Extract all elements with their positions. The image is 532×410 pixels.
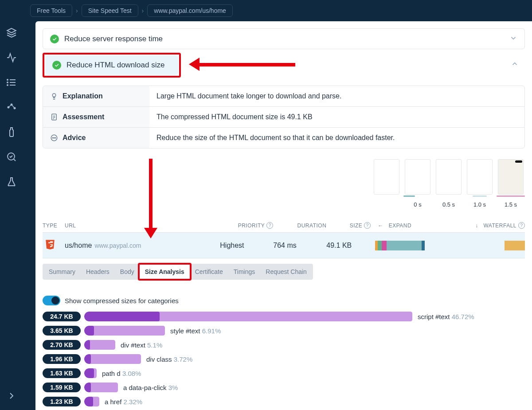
col-priority: PRIORITY? xyxy=(220,222,273,229)
size-bar xyxy=(84,312,412,321)
accordion-row-html-size[interactable]: Reduce HTML download size xyxy=(45,55,178,75)
col-duration: DURATION xyxy=(273,223,326,229)
size-bar xyxy=(84,326,165,336)
network-icon[interactable] xyxy=(6,102,17,113)
svg-point-18 xyxy=(55,137,56,138)
check-circle-icon xyxy=(50,35,59,43)
size-value: 3.65 KB xyxy=(43,326,81,336)
col-expand[interactable]: ← EXPAND xyxy=(371,223,424,229)
size-label: div #text 5.1% xyxy=(121,341,162,349)
list-icon[interactable] xyxy=(6,77,17,88)
info-value: Large HTML document take longer to downl… xyxy=(149,86,524,106)
help-icon[interactable]: ? xyxy=(364,222,371,229)
size-label: a data-pa-click 3% xyxy=(123,384,178,391)
request-duration: 764 ms xyxy=(273,242,326,250)
subtab-certificate[interactable]: Certificate xyxy=(190,265,228,279)
info-value: The compressed HTML document size is 49.… xyxy=(149,107,524,127)
subtab-request-chain[interactable]: Request Chain xyxy=(260,265,312,279)
sidebar xyxy=(0,0,23,410)
size-label: div class 3.72% xyxy=(146,355,192,363)
size-label: script #text 46.72% xyxy=(418,313,474,320)
svg-point-3 xyxy=(7,79,8,80)
size-row: 24.7 KBscript #text 46.72% xyxy=(43,312,525,321)
subtab-summary[interactable]: Summary xyxy=(43,265,81,279)
filmstrip: 0 s 0.5 s 1.0 s 1.5 s xyxy=(43,148,525,211)
request-row[interactable]: us/homewww.paypal.com Highest 764 ms 49.… xyxy=(43,233,525,258)
subtab-timings[interactable]: Timings xyxy=(228,265,261,279)
request-subtabs: SummaryHeadersBodySize AnalysisCertifica… xyxy=(43,264,313,280)
size-value: 24.7 KB xyxy=(43,312,81,321)
size-bar xyxy=(84,383,118,392)
size-bar xyxy=(84,368,97,378)
filmstrip-time: 0.5 s xyxy=(434,198,463,211)
search-check-icon[interactable] xyxy=(6,152,17,162)
main: Free Tools › Site Speed Test › www.paypa… xyxy=(23,0,532,410)
chat-icon xyxy=(50,134,58,142)
expand-sidebar-icon[interactable] xyxy=(6,390,17,401)
filmstrip-frame xyxy=(498,159,524,195)
size-row: 1.63 KBpath d 3.08% xyxy=(43,368,525,378)
size-row: 2.70 KBdiv #text 5.1% xyxy=(43,340,525,350)
request-size: 49.1 KB xyxy=(326,242,371,250)
filmstrip-time: 0 s xyxy=(403,198,432,211)
filmstrip-frame xyxy=(405,159,430,195)
col-size: SIZE? xyxy=(326,222,371,229)
layers-icon[interactable] xyxy=(6,27,17,38)
info-table: Explanation Large HTML document take lon… xyxy=(43,86,525,148)
accordion-title: Reduce HTML download size xyxy=(66,61,171,70)
svg-point-10 xyxy=(52,94,56,97)
info-row-assessment: Assessment The compressed HTML document … xyxy=(43,107,524,128)
svg-point-16 xyxy=(52,137,53,138)
toggle-label: Show compressed sizes for categories xyxy=(65,297,179,305)
html5-icon xyxy=(44,239,56,250)
size-value: 1.23 KB xyxy=(43,397,81,406)
flask-icon[interactable] xyxy=(6,176,17,187)
help-icon[interactable]: ? xyxy=(266,222,273,229)
svg-point-5 xyxy=(7,85,8,86)
subtab-size-analysis[interactable]: Size Analysis xyxy=(140,265,190,279)
accordion-row-server-response[interactable]: Reduce server response time xyxy=(43,28,525,49)
breadcrumb-item[interactable]: Site Speed Test xyxy=(82,4,138,17)
filmstrip-frame xyxy=(436,159,462,195)
size-value: 1.96 KB xyxy=(43,354,81,364)
size-row: 3.65 KBstyle #text 6.91% xyxy=(43,326,525,336)
size-bar xyxy=(84,340,115,350)
size-value: 1.63 KB xyxy=(43,368,81,378)
check-circle-icon xyxy=(52,61,61,70)
filmstrip-time: 1.0 s xyxy=(466,198,494,211)
chevron-right-icon: › xyxy=(142,7,144,14)
compressed-sizes-toggle[interactable] xyxy=(43,296,60,305)
bottle-icon[interactable] xyxy=(6,127,17,137)
size-bar xyxy=(84,354,141,364)
content: Reduce server response time Reduce HTML … xyxy=(35,21,532,410)
info-value: Reduce the size of the HTML document so … xyxy=(149,128,524,148)
info-row-explanation: Explanation Large HTML document take lon… xyxy=(43,86,524,107)
chevron-right-icon: › xyxy=(76,7,78,14)
size-bar xyxy=(84,397,99,406)
lightbulb-icon xyxy=(50,92,58,100)
request-table-header: TYPE URL PRIORITY? DURATION SIZE? ← EXPA… xyxy=(43,217,525,233)
size-label: style #text 6.91% xyxy=(170,327,221,335)
breadcrumb: Free Tools › Site Speed Test › www.paypa… xyxy=(23,0,532,21)
filmstrip-frame xyxy=(467,159,493,195)
subtab-body[interactable]: Body xyxy=(115,265,140,279)
breadcrumb-item[interactable]: Free Tools xyxy=(30,4,72,17)
waterfall-bar xyxy=(424,241,525,250)
chevron-down-icon xyxy=(509,34,517,43)
col-url: URL xyxy=(65,223,220,229)
size-label: a href 2.32% xyxy=(105,398,142,406)
help-icon[interactable]: ? xyxy=(518,222,525,229)
breadcrumb-item[interactable]: www.paypal.com/us/home xyxy=(147,4,233,17)
accordion-title: Reduce server response time xyxy=(64,35,509,43)
size-value: 1.59 KB xyxy=(43,383,81,392)
filmstrip-time: 1.5 s xyxy=(497,198,525,211)
chevron-up-icon xyxy=(511,60,519,69)
annotation-arrow-icon xyxy=(189,59,295,70)
activity-icon[interactable] xyxy=(6,52,17,63)
request-domain: www.paypal.com xyxy=(94,242,141,249)
size-label: path d 3.08% xyxy=(102,370,141,377)
col-type: TYPE xyxy=(43,223,65,229)
size-analysis-list: 24.7 KBscript #text 46.72%3.65 KBstyle #… xyxy=(43,312,525,406)
annotation-arrow-icon xyxy=(145,159,156,238)
subtab-headers[interactable]: Headers xyxy=(81,265,115,279)
